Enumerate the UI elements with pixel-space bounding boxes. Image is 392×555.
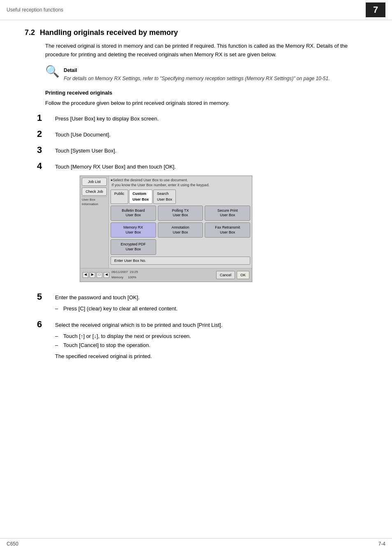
footer-left: C650 <box>7 541 18 547</box>
step-6-trailing: The specified received original is print… <box>55 352 223 361</box>
section-number: 7.2 <box>25 28 35 37</box>
step-3: 3 Touch [System User Box]. <box>37 145 367 155</box>
step-2-number: 2 <box>37 129 48 139</box>
step-6: 6 Select the received original which is … <box>37 319 367 361</box>
machine-bottom-left: ◀ ▶ □ ◀ 06/11/2007 23:25 Memory 100% <box>83 270 138 280</box>
step-4-text: Touch [Memory RX User Box] and then touc… <box>55 161 252 286</box>
machine-main-area: ●Select the desired User Box to use docu… <box>109 176 252 268</box>
tab-custom-user-box[interactable]: CustomUser Box <box>129 190 153 204</box>
sidebar-info-label: User BoxInformation <box>82 198 107 206</box>
step-2-text: Touch [Use Document]. <box>55 129 111 139</box>
step-1-text: Press [User Box] key to display Box scre… <box>55 113 159 123</box>
tab-search-user-box[interactable]: SearchUser Box <box>153 190 176 204</box>
step-4-number: 4 <box>37 161 48 171</box>
secure-print-box-btn[interactable]: Secure PrintUser Box <box>205 206 250 221</box>
job-list-button[interactable]: Job List <box>82 178 107 186</box>
step-2: 2 Touch [Use Document]. <box>37 129 367 139</box>
step-3-number: 3 <box>37 145 48 155</box>
detail-text: For details on Memory RX Settings, refer… <box>64 75 330 82</box>
detail-content: Detail For details on Memory RX Settings… <box>64 67 330 82</box>
check-job-button[interactable]: Check Job <box>82 187 107 196</box>
follow-text: Follow the procedure given below to prin… <box>45 99 367 108</box>
machine-ui-screenshot: Job List Check Job User BoxInformation ●… <box>80 176 252 282</box>
section-title: Handling originals received by memory <box>40 28 178 37</box>
intro-text: The received original is stored in memor… <box>45 42 367 59</box>
square-btn[interactable]: □ <box>97 272 102 278</box>
arrow-left2-btn[interactable]: ◀ <box>104 272 109 278</box>
step-1-number: 1 <box>37 113 48 123</box>
machine-bottom-bar: ◀ ▶ □ ◀ 06/11/2007 23:25 Memory 100% Can… <box>80 268 252 282</box>
step-5-sub-text-1: Press [C] (clear) key to clear all enter… <box>63 304 178 313</box>
step-5-sub-item-1: – Press [C] (clear) key to clear all ent… <box>55 304 178 313</box>
step-3-text: Touch [System User Box]. <box>55 145 117 155</box>
detail-icon: 🔍 <box>45 66 60 77</box>
step-5: 5 Enter the password and touch [OK]. – P… <box>37 292 367 314</box>
step-6-content: Select the received original which is to… <box>55 319 223 361</box>
step-6-sub-item-2: – Touch [Cancel] to stop the operation. <box>55 341 223 350</box>
steps-list: 1 Press [User Box] key to display Box sc… <box>37 113 367 361</box>
step-6-sub-item-1: – Touch [↑] or [↓], to display the next … <box>55 332 223 341</box>
detail-box: 🔍 Detail For details on Memory RX Settin… <box>45 67 367 82</box>
detail-label: Detail <box>64 67 330 74</box>
box-grid: Bulletin BoardUser Box Polling TXUser Bo… <box>111 206 250 255</box>
encrypted-pdf-box-btn[interactable]: Encrypted PDFUser Box <box>111 239 156 254</box>
enter-user-box-btn[interactable]: Enter User Box No. <box>111 257 250 265</box>
memory-rx-box-btn[interactable]: Memory RXUser Box <box>111 222 156 238</box>
footer-right: 7-4 <box>378 541 385 547</box>
step-4: 4 Touch [Memory RX User Box] and then to… <box>37 161 367 286</box>
tab-public[interactable]: Public <box>111 190 128 204</box>
polling-tx-box-btn[interactable]: Polling TXUser Box <box>158 206 203 221</box>
annotation-box-btn[interactable]: AnnotationUser Box <box>158 222 203 238</box>
main-content: 7.2 Handling originals received by memor… <box>0 20 392 383</box>
machine-bottom-right: Cancel OK <box>216 271 249 279</box>
step-5-text: Enter the password and touch [OK]. <box>55 294 140 301</box>
machine-tabs: Public CustomUser Box SearchUser Box <box>111 190 250 204</box>
machine-datetime: 06/11/2007 23:25 Memory 100% <box>111 270 138 280</box>
step-6-text: Select the received original which is to… <box>55 322 223 328</box>
step-6-sub-text-1: Touch [↑] or [↓], to display the next or… <box>63 332 191 341</box>
enter-user-box-row: Enter User Box No. <box>111 257 250 265</box>
printing-heading: Printing received originals <box>45 90 367 96</box>
bulletin-board-box-btn[interactable]: Bulletin BoardUser Box <box>111 206 156 221</box>
step-6-sub-text-2: Touch [Cancel] to stop the operation. <box>63 341 150 350</box>
page-footer: C650 7-4 <box>0 538 392 547</box>
step-1: 1 Press [User Box] key to display Box sc… <box>37 113 367 123</box>
step-5-content: Enter the password and touch [OK]. – Pre… <box>55 292 178 314</box>
machine-left-panel: Job List Check Job User BoxInformation <box>80 176 109 268</box>
fax-retransmit-box-btn[interactable]: Fax RetransmitUser Box <box>205 222 250 238</box>
step-5-sub: – Press [C] (clear) key to clear all ent… <box>55 304 178 313</box>
machine-notice: ●Select the desired User Box to use docu… <box>111 178 250 188</box>
ok-btn[interactable]: OK <box>237 271 249 279</box>
step-6-sub: – Touch [↑] or [↓], to display the next … <box>55 332 223 361</box>
chapter-number: 7 <box>366 2 385 17</box>
step-5-number: 5 <box>37 292 48 302</box>
page-header: Useful reception functions 7 <box>0 0 392 20</box>
chapter-title: Useful reception functions <box>7 7 63 13</box>
arrow-left-btn[interactable]: ◀ <box>83 272 88 278</box>
section-heading: 7.2 Handling originals received by memor… <box>25 28 367 37</box>
step-6-number: 6 <box>37 319 48 329</box>
cancel-btn[interactable]: Cancel <box>216 271 235 279</box>
arrow-right-btn[interactable]: ▶ <box>90 272 95 278</box>
